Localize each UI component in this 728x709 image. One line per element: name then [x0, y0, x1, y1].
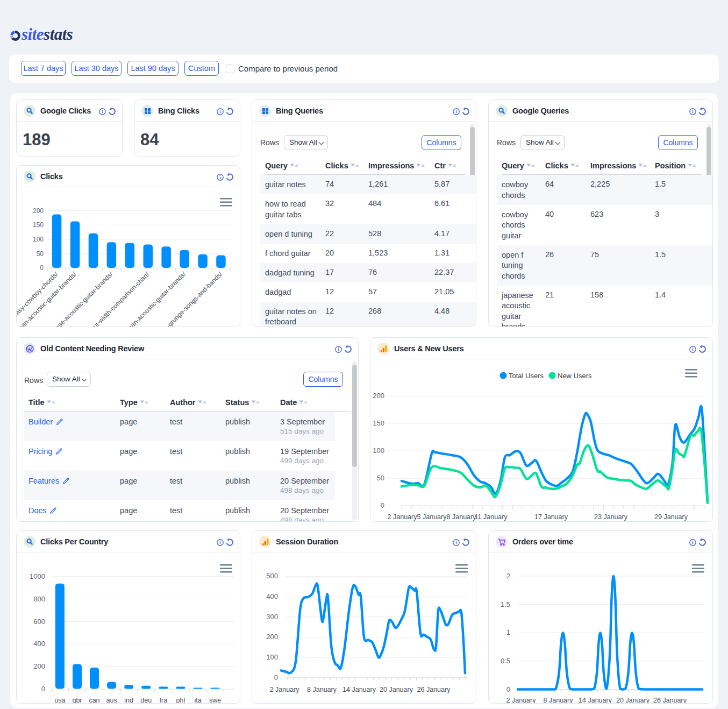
svg-text:0: 0 — [381, 501, 384, 509]
svg-text:29 January: 29 January — [654, 513, 688, 521]
svg-text:600: 600 — [33, 618, 45, 626]
svg-text:26 January: 26 January — [417, 686, 451, 693]
svg-text:aus: aus — [106, 697, 117, 704]
svg-text:2 January: 2 January — [388, 513, 418, 521]
svg-text:26 January: 26 January — [653, 697, 687, 704]
svg-text:150: 150 — [373, 419, 384, 427]
svg-text:14 January: 14 January — [342, 686, 376, 693]
svg-text:100: 100 — [33, 236, 44, 243]
svg-text:11 January: 11 January — [475, 513, 508, 521]
svg-text:can: can — [89, 697, 99, 704]
svg-text:500: 500 — [266, 572, 278, 580]
svg-text:2: 2 — [506, 572, 510, 580]
svg-text:150: 150 — [33, 221, 44, 229]
svg-text:200: 200 — [266, 633, 278, 641]
svg-text:5 January: 5 January — [417, 513, 447, 521]
svg-text:ic-grunge-songs-and-bands/: ic-grunge-songs-and-bands/ — [161, 270, 224, 327]
svg-text:200: 200 — [33, 207, 44, 215]
svg-text:200: 200 — [373, 392, 384, 400]
svg-text:100: 100 — [266, 653, 278, 661]
svg-text:1: 1 — [506, 628, 510, 636]
svg-text:Total Users: Total Users — [509, 372, 544, 380]
svg-text:1000: 1000 — [30, 572, 45, 580]
svg-text:50: 50 — [377, 474, 384, 482]
svg-text:8 January: 8 January — [307, 686, 337, 693]
svg-text:sitestats: sitestats — [21, 26, 73, 44]
svg-text:swe: swe — [209, 697, 221, 704]
svg-text:0.5: 0.5 — [501, 657, 510, 665]
svg-text:0: 0 — [506, 685, 510, 693]
svg-text:17 January: 17 January — [534, 513, 568, 521]
svg-text:14 January: 14 January — [579, 697, 612, 704]
svg-text:0: 0 — [274, 673, 278, 682]
svg-text:gbr: gbr — [72, 697, 82, 704]
svg-text:200: 200 — [33, 662, 45, 670]
svg-text:usa: usa — [54, 697, 65, 704]
svg-text:ita: ita — [194, 697, 201, 704]
svg-text:20 January: 20 January — [380, 686, 413, 693]
svg-text:100: 100 — [373, 446, 384, 455]
svg-text:400: 400 — [33, 640, 45, 648]
svg-text:deu: deu — [140, 697, 152, 704]
svg-text:phl: phl — [176, 697, 185, 704]
svg-text:300: 300 — [266, 613, 278, 621]
svg-text:50: 50 — [37, 250, 44, 258]
svg-text:400: 400 — [266, 592, 278, 600]
svg-text:23 January: 23 January — [594, 513, 628, 521]
svg-text:800: 800 — [33, 595, 45, 603]
svg-text:2 January: 2 January — [506, 697, 537, 704]
svg-text:1.5: 1.5 — [501, 600, 510, 608]
svg-text:20 January: 20 January — [616, 697, 650, 704]
svg-text:ind: ind — [124, 697, 133, 704]
svg-text:8 January: 8 January — [544, 697, 574, 704]
svg-text:2 January: 2 January — [270, 686, 300, 693]
svg-text:fra: fra — [160, 697, 168, 704]
svg-text:8 January: 8 January — [447, 513, 477, 521]
svg-text:0: 0 — [40, 264, 44, 272]
svg-text:New Users: New Users — [558, 372, 592, 380]
svg-text:0: 0 — [41, 685, 45, 693]
